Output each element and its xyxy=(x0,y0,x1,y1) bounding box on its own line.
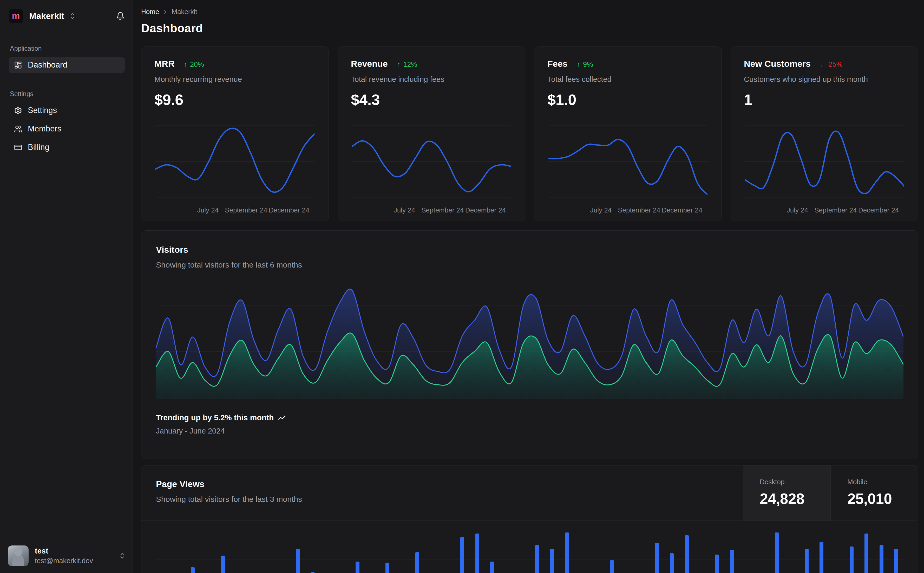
x-tick: December 24 xyxy=(269,206,309,214)
stat-title: MRR xyxy=(154,59,174,69)
x-tick: December 24 xyxy=(858,206,899,214)
makerkit-logo: m xyxy=(9,9,23,23)
page-views-bar xyxy=(730,550,734,573)
user-name: test xyxy=(35,547,93,555)
bar-slot xyxy=(844,521,859,573)
page-views-subtitle: Showing total visitors for the last 3 mo… xyxy=(156,495,728,504)
trend-up-icon: ↑ xyxy=(577,61,580,69)
bar-slot xyxy=(709,521,725,573)
mrr-sparkline-chart xyxy=(141,122,328,201)
trend-badge: ↑20% xyxy=(184,61,204,69)
bar-slot xyxy=(410,521,425,573)
stat-subtitle: Customers who signed up this month xyxy=(744,75,905,84)
trend-value: -25% xyxy=(826,61,842,69)
page-views-bar xyxy=(805,549,809,573)
page-views-bar xyxy=(311,572,314,573)
bar-slot xyxy=(679,521,695,573)
new-customers-sparkline-chart xyxy=(731,122,918,201)
bar-slot xyxy=(440,521,455,573)
dashboard-icon xyxy=(14,61,22,69)
trend-value: 12% xyxy=(403,61,417,69)
visitors-card: Visitors Showing total visitors for the … xyxy=(141,230,918,459)
sidebar-item-dashboard[interactable]: Dashboard xyxy=(9,57,125,73)
credit-card-icon xyxy=(14,143,22,152)
page-views-bar xyxy=(864,534,868,573)
trend-badge: ↑12% xyxy=(397,61,417,69)
svg-text:m: m xyxy=(12,11,20,21)
sidebar: m Makerkit Application Dashboard Setting… xyxy=(0,0,133,573)
page-views-bar xyxy=(715,554,718,573)
page-views-bar xyxy=(880,545,883,573)
trend-value: 9% xyxy=(583,61,593,69)
x-tick: September 24 xyxy=(618,206,660,214)
page-views-bar xyxy=(296,549,300,573)
page-views-bar xyxy=(894,549,898,573)
sidebar-item-billing[interactable]: Billing xyxy=(9,139,125,155)
bar-slot xyxy=(185,521,201,573)
desktop-stat-label: Desktop xyxy=(760,478,830,486)
revenue-sparkline-chart xyxy=(338,122,525,201)
bar-slot xyxy=(515,521,530,573)
page-views-bar-chart xyxy=(155,521,904,573)
bar-slot xyxy=(470,521,485,573)
x-axis-labels: July 24 September 24 December 24 xyxy=(745,203,904,219)
x-axis-labels: July 24 September 24 December 24 xyxy=(548,203,708,219)
chevrons-up-down-icon xyxy=(119,552,126,559)
page-views-bar xyxy=(550,549,554,573)
trend-down-icon: ↓ xyxy=(820,61,824,69)
bar-slot xyxy=(694,521,709,573)
page-views-bar xyxy=(386,563,389,573)
sidebar-item-settings[interactable]: Settings xyxy=(9,102,125,119)
stat-value: $4.3 xyxy=(351,91,512,108)
page-views-bar xyxy=(565,532,569,573)
page-views-bar xyxy=(535,545,539,573)
stat-subtitle: Monthly recurring revenue xyxy=(154,75,315,84)
x-axis-labels: July 24 September 24 December 24 xyxy=(155,203,314,219)
page-views-bar xyxy=(191,567,195,573)
bar-slot xyxy=(365,521,380,573)
page-views-bar xyxy=(655,543,659,573)
user-email: test@makerkit.dev xyxy=(35,557,93,565)
trending-up-icon xyxy=(278,414,286,421)
bar-slot xyxy=(889,521,904,573)
trend-badge: ↑9% xyxy=(577,61,593,69)
user-menu[interactable]: test test@makerkit.dev xyxy=(8,545,126,566)
bar-slot xyxy=(455,521,470,573)
bar-slot xyxy=(230,521,245,573)
bar-slot xyxy=(634,521,649,573)
mobile-stat-toggle[interactable]: Mobile 25,010 xyxy=(830,465,918,521)
bar-slot xyxy=(754,521,769,573)
page-views-title: Page Views xyxy=(156,479,728,489)
sidebar-section-settings: Settings xyxy=(9,90,125,98)
fees-sparkline-chart xyxy=(534,122,722,201)
bar-slot xyxy=(874,521,889,573)
workspace-selector[interactable]: m Makerkit xyxy=(9,8,125,24)
trend-value: 20% xyxy=(190,61,204,69)
bar-slot xyxy=(575,521,590,573)
desktop-stat-toggle[interactable]: Desktop 24,828 xyxy=(743,465,830,521)
bar-slot xyxy=(500,521,515,573)
x-tick: July 24 xyxy=(197,206,219,214)
bar-slot xyxy=(275,521,290,573)
user-avatar xyxy=(8,545,28,566)
sidebar-item-members[interactable]: Members xyxy=(9,121,125,137)
x-tick: July 24 xyxy=(787,206,808,214)
bar-slot xyxy=(215,521,230,573)
page-views-bar xyxy=(775,532,779,573)
notifications-bell-icon[interactable] xyxy=(116,12,125,20)
stat-subtitle: Total revenue including fees xyxy=(351,75,512,84)
stat-value: 1 xyxy=(744,91,905,108)
sidebar-section-application: Application xyxy=(9,45,125,52)
bar-slot xyxy=(620,521,634,573)
visitors-subtitle: Showing total visitors for the last 6 mo… xyxy=(156,260,904,269)
breadcrumb-current: Makerkit xyxy=(171,8,197,16)
bar-slot xyxy=(320,521,335,573)
bar-slot xyxy=(350,521,365,573)
trend-up-icon: ↑ xyxy=(184,61,187,69)
stat-value: $1.0 xyxy=(547,91,709,108)
bar-slot xyxy=(605,521,620,573)
visitors-trend-text: Trending up by 5.2% this month xyxy=(156,413,274,422)
page-views-bar xyxy=(670,553,674,573)
breadcrumb-home-link[interactable]: Home xyxy=(141,8,159,16)
bar-slot xyxy=(769,521,784,573)
